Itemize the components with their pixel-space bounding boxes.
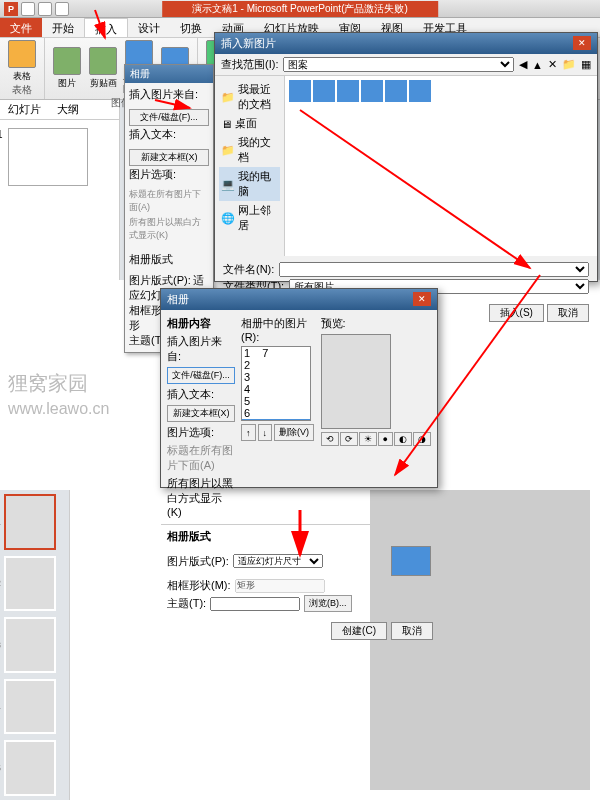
result-thumbs: [0, 490, 70, 800]
remove-button[interactable]: 删除(V): [274, 424, 314, 441]
contrast-up-icon[interactable]: ◐: [394, 432, 412, 446]
folder-select[interactable]: 图案: [283, 57, 514, 72]
new-textbox-button[interactable]: 新建文本框(X): [167, 405, 235, 422]
sect-insert-from: 插入图片来自:: [129, 87, 209, 102]
rotate-right-icon[interactable]: ⟳: [340, 432, 358, 446]
places-bar: 📁我最近的文档 🖥桌面 📁我的文档 💻我的电脑 🌐网上邻居: [215, 76, 285, 256]
create-button[interactable]: 创建(C): [331, 622, 387, 640]
tab-transitions[interactable]: 切换: [170, 18, 212, 37]
network-icon: 🌐: [221, 212, 235, 225]
list-item[interactable]: 5: [242, 395, 310, 407]
slide-pane-tabs: 幻灯片 大纲: [0, 100, 119, 120]
browse-button[interactable]: 浏览(B)...: [304, 595, 352, 612]
list-item[interactable]: 2: [242, 359, 310, 371]
move-up-button[interactable]: ↑: [241, 424, 256, 441]
list-item[interactable]: 1 7: [242, 347, 310, 359]
clipart-button[interactable]: 剪贴画: [87, 47, 119, 90]
preview-image: [321, 334, 391, 429]
undo-icon[interactable]: [38, 2, 52, 16]
tab-home[interactable]: 开始: [42, 18, 84, 37]
slide-thumb[interactable]: [4, 617, 56, 673]
nav-mydocs[interactable]: 📁我的文档: [219, 133, 280, 167]
brightness-down-icon[interactable]: ●: [378, 432, 393, 446]
tab-insert[interactable]: 插入: [84, 18, 128, 37]
delete-icon[interactable]: ✕: [548, 58, 557, 71]
slide-thumb[interactable]: [4, 556, 56, 612]
album-dialog: 相册 ✕ 相册内容 插入图片来自: 文件/磁盘(F)... 插入文本: 新建文本…: [160, 288, 438, 488]
sect-insert-text: 插入文本:: [129, 127, 209, 142]
file-item[interactable]: [385, 80, 407, 102]
dialog-titlebar: 相册 ✕: [161, 289, 437, 310]
opt-bw[interactable]: 所有图片以黑白方式显示(K): [129, 216, 209, 242]
clipart-icon: [89, 47, 117, 75]
desktop-icon: 🖥: [221, 118, 232, 130]
frame-shape-input: [235, 579, 325, 593]
nav-recent[interactable]: 📁我最近的文档: [219, 80, 280, 114]
watermark-text: 狸窝家园: [8, 370, 88, 397]
lookin-label: 查找范围(I):: [221, 57, 278, 72]
tab-slides[interactable]: 幻灯片: [0, 100, 49, 119]
insert-picture-dialog: 插入新图片 ✕ 查找范围(I): 图案 ◀ ▲ ✕ 📁 ▦ 📁我最近的文档 🖥桌…: [214, 32, 598, 282]
file-item[interactable]: [337, 80, 359, 102]
slide-pane: 幻灯片 大纲: [0, 100, 120, 280]
app-title: 演示文稿1 - Microsoft PowerPoint(产品激活失败): [162, 1, 438, 17]
slide-thumb[interactable]: [4, 494, 56, 550]
list-item[interactable]: 3: [242, 371, 310, 383]
table-button[interactable]: 表格: [6, 40, 38, 83]
album-pictures-list[interactable]: 1 7 2 3 4 5 6 7 6: [241, 346, 311, 421]
nav-desktop[interactable]: 🖥桌面: [219, 114, 280, 133]
computer-icon: 💻: [221, 178, 235, 191]
file-disk-button[interactable]: 文件/磁盘(F)...: [129, 109, 209, 126]
layout-select[interactable]: 适应幻灯片尺寸: [233, 554, 323, 568]
slide-thumb-1[interactable]: [8, 128, 88, 186]
move-down-button[interactable]: ↓: [258, 424, 273, 441]
folder-icon: 📁: [221, 144, 235, 157]
app-icon: P: [4, 2, 18, 16]
picture-button[interactable]: 图片: [51, 47, 83, 90]
sect-pic-options: 图片选项:: [129, 167, 209, 182]
tab-file[interactable]: 文件: [0, 18, 42, 37]
views-icon[interactable]: ▦: [581, 58, 591, 71]
nav-network[interactable]: 🌐网上邻居: [219, 201, 280, 235]
redo-icon[interactable]: [55, 2, 69, 16]
title-bar: P 演示文稿1 - Microsoft PowerPoint(产品激活失败): [0, 0, 600, 18]
layout-preview: [391, 546, 431, 576]
tab-outline[interactable]: 大纲: [49, 100, 87, 119]
insert-button[interactable]: 插入(S): [489, 304, 544, 322]
list-item[interactable]: 7 6: [242, 419, 310, 421]
rotate-left-icon[interactable]: ⟲: [321, 432, 339, 446]
list-item[interactable]: 6: [242, 407, 310, 419]
close-icon[interactable]: ✕: [573, 36, 591, 50]
file-list[interactable]: [285, 76, 597, 256]
tab-design[interactable]: 设计: [128, 18, 170, 37]
file-item[interactable]: [361, 80, 383, 102]
file-item[interactable]: [409, 80, 431, 102]
new-textbox-button[interactable]: 新建文本框(X): [129, 149, 209, 166]
group-tables: 表格 表格: [0, 38, 45, 99]
brightness-up-icon[interactable]: ☀: [359, 432, 377, 446]
slide-thumb[interactable]: [4, 679, 56, 735]
back-icon[interactable]: ◀: [519, 58, 527, 71]
picture-icon: [53, 47, 81, 75]
up-icon[interactable]: ▲: [532, 59, 543, 71]
cancel-button[interactable]: 取消: [391, 622, 433, 640]
slide-thumb[interactable]: [4, 740, 56, 796]
nav-mycomp[interactable]: 💻我的电脑: [219, 167, 280, 201]
cancel-button[interactable]: 取消: [547, 304, 589, 322]
save-icon[interactable]: [21, 2, 35, 16]
dropdown-title: 相册: [125, 65, 213, 83]
newfolder-icon[interactable]: 📁: [562, 58, 576, 71]
watermark-url: www.leawo.cn: [8, 400, 109, 418]
list-item[interactable]: 4: [242, 383, 310, 395]
file-item[interactable]: [313, 80, 335, 102]
dialog-titlebar: 插入新图片 ✕: [215, 33, 597, 54]
file-item[interactable]: [289, 80, 311, 102]
filename-input[interactable]: [279, 262, 589, 277]
close-icon[interactable]: ✕: [413, 292, 431, 306]
opt-caption[interactable]: 标题在所有图片下面(A): [129, 188, 209, 214]
folder-icon: 📁: [221, 91, 235, 104]
file-disk-button[interactable]: 文件/磁盘(F)...: [167, 367, 235, 384]
contrast-down-icon[interactable]: ◑: [413, 432, 431, 446]
sect-layout: 相册版式: [129, 252, 209, 267]
theme-input[interactable]: [210, 597, 300, 611]
